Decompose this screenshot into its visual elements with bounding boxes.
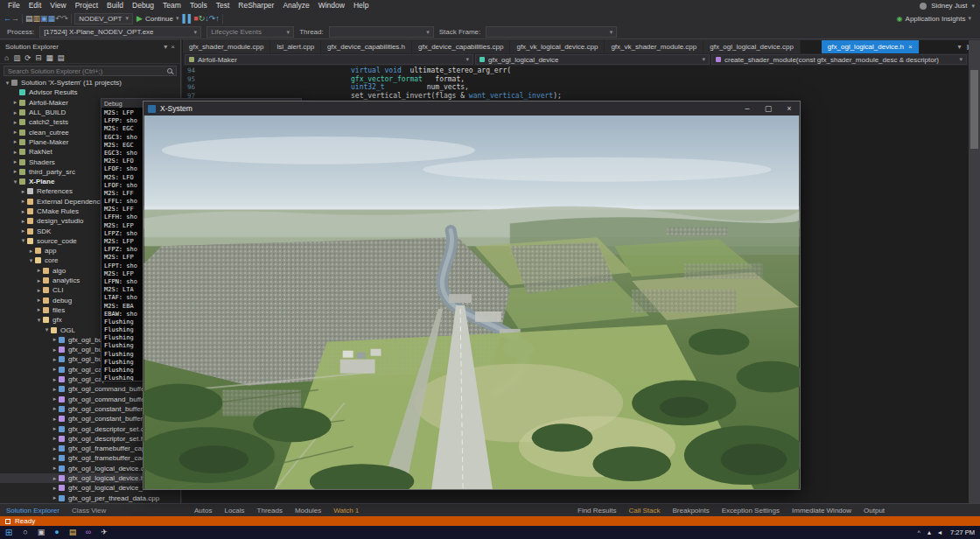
chevron-down-icon[interactable]: ▾ [11,178,19,186]
task-view-icon[interactable]: ▣ [33,526,49,539]
xplane-icon[interactable]: ✈ [96,526,112,539]
menu-build[interactable]: Build [102,0,128,11]
chevron-right-icon[interactable]: ▸ [19,228,27,234]
save-all-icon[interactable]: ▦ [48,14,56,23]
back-icon[interactable]: ← [4,14,11,23]
chevron-right-icon[interactable]: ▸ [19,188,27,195]
chevron-right-icon[interactable]: ▸ [35,306,43,313]
continue-button[interactable]: ▶ Continue ▾ [133,12,182,24]
chevron-right-icon[interactable]: ▸ [51,455,59,462]
menu-view[interactable]: View [46,0,70,11]
solution-config-combo[interactable]: NODEV_OPT ▾ [74,13,133,24]
stack-frame-combo[interactable]: ▾ [486,26,617,38]
tool-tab-exception-settings[interactable]: Exception Settings [716,507,786,514]
tool-tab-modules[interactable]: Modules [289,507,327,514]
tab-gfx_vk_shader_module.cpp[interactable]: gfx_vk_shader_module.cpp [605,40,704,53]
undo-icon[interactable]: ↶ [55,14,62,23]
chevron-right-icon[interactable]: ▸ [51,405,59,412]
chevron-right-icon[interactable]: ▸ [11,158,19,165]
tab-gfx_ogl_logical_device.h[interactable]: gfx_ogl_logical_device.h× [822,40,920,53]
panel-tab-solution-explorer[interactable]: Solution Explorer [0,507,66,514]
chevron-right-icon[interactable]: ▸ [51,376,59,383]
volume-icon[interactable]: ◄ [934,529,945,536]
tool-tab-autos[interactable]: Autos [188,507,218,514]
menu-project[interactable]: Project [71,0,102,11]
tree-item[interactable]: ▸gfx_ogl_per_thread_data.cpp [0,493,180,502]
menu-edit[interactable]: Edit [24,0,46,11]
menu-file[interactable]: File [4,0,24,11]
tab-gfx_shader_module.cpp[interactable]: gfx_shader_module.cpp [183,40,270,53]
collapse-all-icon[interactable]: ⊟ [35,53,41,62]
tab-gfx_vk_logical_device.cpp[interactable]: gfx_vk_logical_device.cpp [510,40,605,53]
chevron-right-icon[interactable]: ▸ [35,277,43,284]
chevron-right-icon[interactable]: ▸ [27,248,35,255]
tool-tab-locals[interactable]: Locals [218,507,250,514]
edge-icon[interactable]: ● [49,526,65,539]
menu-window[interactable]: Window [314,0,349,11]
chevron-down-icon[interactable]: ▾ [43,326,51,333]
chevron-right-icon[interactable]: ▸ [51,425,59,432]
chevron-down-icon[interactable]: ▾ [19,237,27,244]
menu-resharper[interactable]: ReSharper [234,0,278,11]
close-icon[interactable]: × [908,43,913,51]
chevron-down-icon[interactable]: ▾ [4,80,11,87]
user-name[interactable]: Sidney Just [931,2,967,10]
tray-chevron-icon[interactable]: ^ [914,529,924,536]
tool-tab-threads[interactable]: Threads [251,507,289,514]
lifecycle-events-combo[interactable]: Lifecycle Events ▾ [206,26,294,38]
chevron-right-icon[interactable]: ▸ [51,416,59,423]
save-icon[interactable]: ▣ [40,14,48,23]
chevron-right-icon[interactable]: ▸ [19,218,27,225]
chevron-down-icon[interactable]: ▾ [971,3,975,10]
flight-sim-viewport[interactable] [144,116,800,489]
thread-combo[interactable]: ▾ [329,26,434,38]
search-icon[interactable]: ○ [18,526,33,539]
tool-tab-output[interactable]: Output [858,507,891,514]
menu-test[interactable]: Test [212,0,234,11]
pin-icon[interactable]: ▾ [164,43,167,51]
open-file-icon[interactable]: ▥ [33,14,41,23]
chevron-right-icon[interactable]: ▸ [51,346,59,354]
chevron-right-icon[interactable]: ▸ [35,287,43,294]
close-icon[interactable]: × [171,43,175,51]
menu-help[interactable]: Help [349,0,373,11]
process-combo[interactable]: [17524] X-Plane_NODEV_OPT.exe ▾ [39,26,201,38]
scrollbar-thumb[interactable] [970,70,978,149]
chevron-right-icon[interactable]: ▸ [51,435,59,442]
chevron-right-icon[interactable]: ▸ [51,366,59,373]
file-explorer-icon[interactable]: ▤ [65,526,80,539]
tool-tab-immediate-window[interactable]: Immediate Window [786,507,858,514]
search-input[interactable]: Search Solution Explorer (Ctrl+;) [4,66,177,76]
chevron-right-icon[interactable]: ▸ [51,356,59,363]
xsystem-title-bar[interactable]: X-System –▢× [144,102,800,116]
home-icon[interactable]: ⌂ [4,53,9,62]
tab-lsl_alert.cpp[interactable]: lsl_alert.cpp [270,40,321,53]
redo-icon[interactable]: ↷ [62,14,69,23]
code-editor[interactable]: 94virtual void ultimate_stereo_arg_err(9… [183,66,969,102]
chevron-right-icon[interactable]: ▸ [11,149,19,156]
tool-tab-watch-1[interactable]: Watch 1 [327,507,365,514]
tree-item[interactable]: Advisor Results [0,88,180,97]
application-insights-button[interactable]: ◉ Application Insights ▾ [897,15,980,23]
chevron-right-icon[interactable]: ▸ [51,445,59,452]
chevron-down-icon[interactable]: ▾ [957,43,961,51]
close-button[interactable]: × [779,102,800,116]
properties-icon[interactable]: ▤ [57,53,64,62]
chevron-right-icon[interactable]: ▸ [11,99,19,106]
chevron-right-icon[interactable]: ▸ [51,336,59,343]
chevron-right-icon[interactable]: ▸ [35,267,43,274]
panel-tab-class-view[interactable]: Class View [66,507,112,514]
navbar-member-combo[interactable]: create_shader_module(const gfx_shader_mo… [711,54,967,65]
tree-item[interactable]: ▾Solution 'X-System' (11 projects) [0,78,180,88]
chevron-right-icon[interactable]: ▸ [51,396,59,402]
break-all-icon[interactable]: ▌▌ [182,14,193,23]
navbar-type-combo[interactable]: gfx_ogl_logical_device ▾ [475,54,710,65]
refresh-icon[interactable]: ⟳ [24,53,31,62]
chevron-right-icon[interactable]: ▸ [11,138,19,145]
chevron-right-icon[interactable]: ▸ [51,475,59,482]
chevron-right-icon[interactable]: ▸ [51,465,59,472]
chevron-right-icon[interactable]: ▸ [11,119,19,126]
tab-gfx_device_capabilities.h[interactable]: gfx_device_capabilities.h [321,40,412,53]
visual-studio-icon[interactable]: ∞ [80,526,96,539]
menu-tools[interactable]: Tools [186,0,212,11]
